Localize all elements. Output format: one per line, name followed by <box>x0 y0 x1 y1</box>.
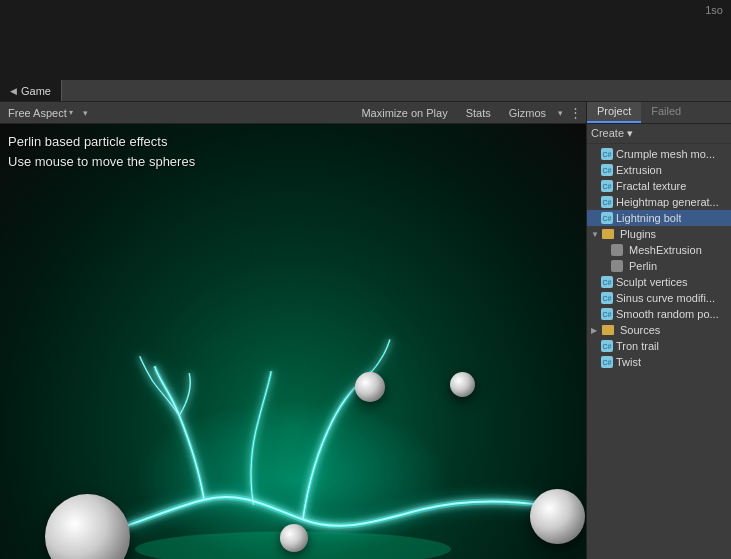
folder-icon <box>602 229 614 239</box>
folder-icon <box>602 325 614 335</box>
free-aspect-label: Free Aspect <box>8 107 67 119</box>
maximize-on-play-button[interactable]: Maximize on Play <box>355 105 453 121</box>
smooth-random-label: Smooth random po... <box>616 308 719 320</box>
sculpt-vertices-label: Sculpt vertices <box>616 276 688 288</box>
crumple-mesh-label: Crumple mesh mo... <box>616 148 715 160</box>
gizmos-button[interactable]: Gizmos <box>503 105 552 121</box>
tab-row: ◀ Game <box>0 80 731 102</box>
resolution-dropdown[interactable]: ▾ <box>83 108 88 118</box>
sphere-top-mid <box>355 372 385 402</box>
sphere-center <box>280 524 308 552</box>
tree-item-plugins-folder[interactable]: ▼ Plugins <box>587 226 731 242</box>
script-icon: C# <box>601 212 613 224</box>
sinus-curve-label: Sinus curve modifi... <box>616 292 715 304</box>
script-icon: C# <box>601 164 613 176</box>
tree-item-sculpt-vertices[interactable]: C# Sculpt vertices <box>587 274 731 290</box>
tree-item-sinus-curve[interactable]: C# Sinus curve modifi... <box>587 290 731 306</box>
tron-trail-label: Tron trail <box>616 340 659 352</box>
tree-item-lightning-bolt[interactable]: C# Lightning bolt <box>587 210 731 226</box>
tree-item-sources-folder[interactable]: ▶ Sources <box>587 322 731 338</box>
game-tab[interactable]: ◀ Game <box>0 80 62 101</box>
sphere-top-right <box>450 372 475 397</box>
right-panel: Project Failed Create ▾ C# Crumple mesh … <box>586 102 731 559</box>
panel-tabs: Project Failed <box>587 102 731 124</box>
script-icon: C# <box>601 308 613 320</box>
perlin-label: Perlin <box>629 260 657 272</box>
game-canvas: Perlin based particle effects Use mouse … <box>0 124 586 559</box>
tree-item-heightmap[interactable]: C# Heightmap generat... <box>587 194 731 210</box>
script-icon: C# <box>601 276 613 288</box>
project-tree: C# Crumple mesh mo... C# Extrusion C# Fr… <box>587 144 731 559</box>
sources-folder-label: Sources <box>620 324 660 336</box>
script-icon: C# <box>601 340 613 352</box>
tree-item-mesh-extrusion[interactable]: MeshExtrusion <box>587 242 731 258</box>
tree-item-tron-trail[interactable]: C# Tron trail <box>587 338 731 354</box>
top-strip-text: 1so <box>705 4 723 16</box>
tree-item-fractal-texture[interactable]: C# Fractal texture <box>587 178 731 194</box>
create-button[interactable]: Create ▾ <box>591 127 633 140</box>
plugin-icon <box>611 244 623 256</box>
tree-item-smooth-random[interactable]: C# Smooth random po... <box>587 306 731 322</box>
free-aspect-arrow: ▾ <box>69 108 73 117</box>
heightmap-label: Heightmap generat... <box>616 196 719 208</box>
main-content: Free Aspect ▾ ▾ Maximize on Play Stats G… <box>0 102 731 559</box>
tree-item-crumple-mesh[interactable]: C# Crumple mesh mo... <box>587 146 731 162</box>
tree-item-extrusion[interactable]: C# Extrusion <box>587 162 731 178</box>
tree-item-perlin[interactable]: Perlin <box>587 258 731 274</box>
panel-toolbar: Create ▾ <box>587 124 731 144</box>
script-icon: C# <box>601 292 613 304</box>
gizmos-arrow: ▾ <box>558 108 563 118</box>
game-tab-label: Game <box>21 85 51 97</box>
more-options-icon[interactable]: ⋮ <box>569 105 582 120</box>
twist-label: Twist <box>616 356 641 368</box>
extrusion-label: Extrusion <box>616 164 662 176</box>
viewport-toolbar: Free Aspect ▾ ▾ Maximize on Play Stats G… <box>0 102 586 124</box>
mesh-extrusion-label: MeshExtrusion <box>629 244 702 256</box>
game-viewport: Free Aspect ▾ ▾ Maximize on Play Stats G… <box>0 102 586 559</box>
sphere-right <box>530 489 585 544</box>
tab-failed[interactable]: Failed <box>641 102 691 123</box>
lightning-bolt-label: Lightning bolt <box>616 212 681 224</box>
tree-item-twist[interactable]: C# Twist <box>587 354 731 370</box>
stats-button[interactable]: Stats <box>460 105 497 121</box>
plugins-folder-arrow: ▼ <box>591 230 599 239</box>
free-aspect-button[interactable]: Free Aspect ▾ <box>4 105 77 121</box>
top-strip: 1so <box>0 0 731 80</box>
fractal-texture-label: Fractal texture <box>616 180 686 192</box>
script-icon: C# <box>601 180 613 192</box>
script-icon: C# <box>601 196 613 208</box>
game-tab-arrow: ◀ <box>10 86 17 96</box>
tab-project[interactable]: Project <box>587 102 641 123</box>
plugin-icon <box>611 260 623 272</box>
script-icon: C# <box>601 356 613 368</box>
sources-folder-arrow: ▶ <box>591 326 599 335</box>
plugins-folder-label: Plugins <box>620 228 656 240</box>
script-icon: C# <box>601 148 613 160</box>
